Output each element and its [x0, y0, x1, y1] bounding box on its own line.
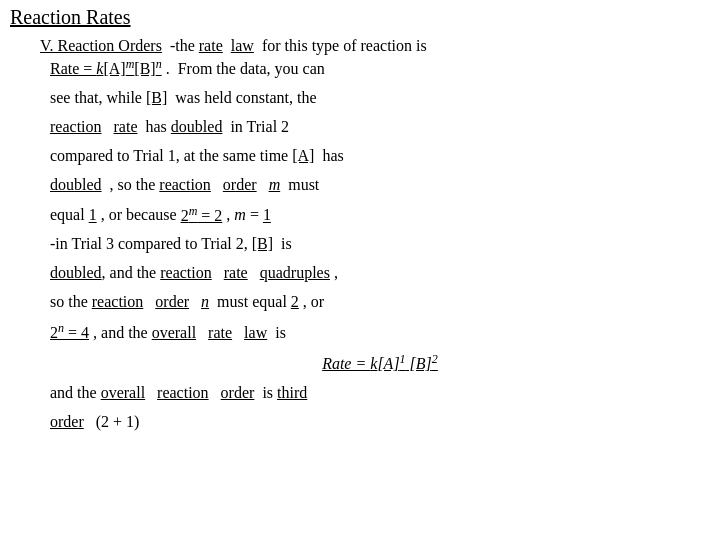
page-title: Reaction Rates [10, 6, 710, 29]
line-3: reaction rate has doubled in Trial 2 [50, 115, 710, 140]
page: Reaction Rates V. Reaction Orders -the r… [0, 0, 720, 540]
line-5: doubled , so the reaction order m must [50, 173, 710, 198]
line-6: equal 1 , or because 2m = 2 , m = 1 [50, 201, 710, 228]
line-1: Rate = k[A]m[B]n . From the data, you ca… [50, 55, 710, 82]
section-v: V. Reaction Orders -the rate law for thi… [40, 37, 710, 435]
line-4: compared to Trial 1, at the same time [A… [50, 144, 710, 169]
content-block: Rate = k[A]m[B]n . From the data, you ca… [50, 55, 710, 435]
line-7: -in Trial 3 compared to Trial 2, [B] is [50, 232, 710, 257]
line-10: 2n = 4 , and the overall rate law is [50, 319, 710, 346]
line-12: order (2 + 1) [50, 410, 710, 435]
line-11: and the overall reaction order is third [50, 381, 710, 406]
section-header: V. Reaction Orders [40, 37, 162, 54]
line-2: see that, while [B] was held constant, t… [50, 86, 710, 111]
equation-line: Rate = k[A]1 [B]2 [50, 350, 710, 377]
line-8: doubled, and the reaction rate quadruple… [50, 261, 710, 286]
line-9: so the reaction order n must equal 2 , o… [50, 290, 710, 315]
section-intro-text: -the rate law for this type of reaction … [166, 37, 427, 54]
